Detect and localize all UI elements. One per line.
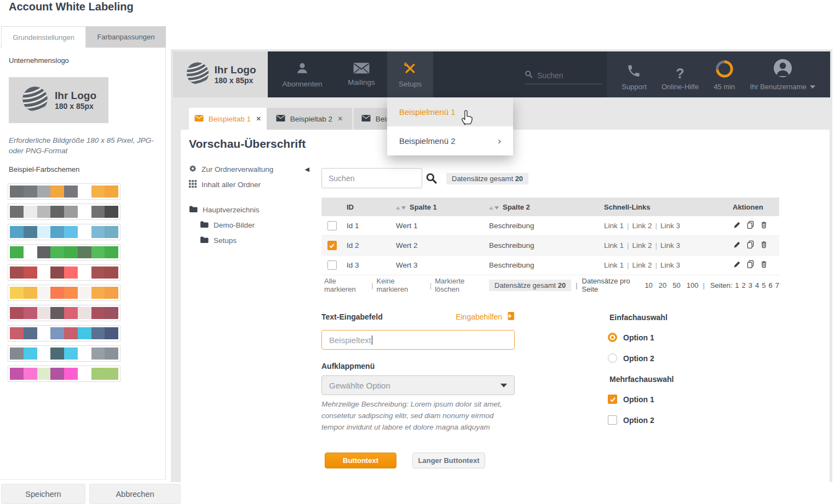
list-search-input[interactable] <box>321 168 422 188</box>
color-swatch <box>91 206 105 218</box>
tree-link-ordnerverwaltung[interactable]: Zur Ordnerverwaltung ◀ <box>189 161 309 177</box>
color-scheme-row[interactable] <box>8 305 120 321</box>
quick-link[interactable]: Link 2 <box>632 222 652 230</box>
text-input[interactable]: Beispieltext <box>321 330 515 350</box>
envelope-icon <box>276 115 285 123</box>
navbar-search-input[interactable] <box>537 71 592 80</box>
checkbox-unchecked-icon[interactable] <box>608 415 617 425</box>
nav-item-setups[interactable]: Setups <box>387 51 433 97</box>
color-scheme-row[interactable] <box>8 264 120 281</box>
preview-tab-label: Beispieltab 1 <box>209 115 251 123</box>
page-number[interactable]: 1 <box>735 281 739 289</box>
cell-quick-links: Link 1|Link 2|Link 3 <box>604 241 733 250</box>
edit-pencil-icon[interactable] <box>733 221 741 231</box>
edit-pencil-icon[interactable] <box>733 260 741 270</box>
row-checkbox[interactable] <box>327 260 337 270</box>
color-scheme-row[interactable] <box>8 285 120 301</box>
color-scheme-row[interactable] <box>8 204 120 220</box>
close-icon[interactable]: ✕ <box>256 115 261 123</box>
edit-pencil-icon[interactable] <box>733 241 741 251</box>
radio-option-1[interactable]: Option 1 <box>608 333 654 342</box>
nav-user-menu[interactable]: Ihr Benutzername <box>750 51 815 97</box>
sort-arrows-icon[interactable] <box>396 206 406 210</box>
tree-folder-demo-bilder[interactable]: Demo-Bilder <box>189 217 309 233</box>
copy-icon[interactable] <box>746 221 755 231</box>
color-swatch <box>37 327 51 339</box>
color-scheme-row[interactable] <box>8 345 120 362</box>
select-all-link[interactable]: Alle markieren <box>324 277 368 293</box>
row-checkbox-checked[interactable] <box>327 241 337 250</box>
color-scheme-row[interactable] <box>8 183 120 200</box>
sort-arrows-icon[interactable] <box>489 206 499 210</box>
tree-folder-hauptverzeichnis[interactable]: Hauptverzeichnis <box>189 202 309 217</box>
collapse-arrow-icon[interactable]: ◀ <box>305 166 309 173</box>
per-page-option[interactable]: 10 <box>645 281 652 289</box>
chevron-down-icon <box>500 384 507 387</box>
company-logo-preview[interactable]: Ihr Logo 180 x 85px <box>9 77 108 123</box>
checkbox-option-2[interactable]: Option 2 <box>608 415 654 425</box>
nav-support[interactable]: Support <box>622 51 647 97</box>
tree-folder-setups[interactable]: Setups <box>189 233 309 248</box>
column-header-spalte2[interactable]: Spalte 2 <box>489 203 604 211</box>
menu-item-beispielmenu-2[interactable]: Beispielmenü 2 › <box>387 126 513 155</box>
input-helpers-link[interactable]: Eingabehilfen <box>456 311 515 322</box>
tab-grundeinstellungen[interactable]: Grundeinstellungen <box>1 26 86 48</box>
nav-item-abonnenten[interactable]: Abonnenten <box>276 51 329 97</box>
primary-button[interactable]: Buttontext <box>325 453 396 468</box>
quick-link[interactable]: Link 1 <box>604 241 624 250</box>
delete-trash-icon[interactable] <box>760 260 768 270</box>
quick-link[interactable]: Link 1 <box>604 261 624 269</box>
quick-link[interactable]: Link 2 <box>632 241 652 250</box>
row-checkbox[interactable] <box>327 221 337 230</box>
cancel-button[interactable]: Abbrechen <box>89 484 181 504</box>
checkbox-checked-icon[interactable] <box>608 395 617 404</box>
nav-session-timer[interactable]: 45 min <box>714 51 735 97</box>
preview-tab-2[interactable]: Beispieltab 2 ✕ <box>267 108 352 130</box>
per-page-option[interactable]: 100 <box>687 281 699 289</box>
page-number[interactable]: 5 <box>762 281 766 289</box>
per-page-option[interactable]: 50 <box>672 281 680 289</box>
radio-unchecked-icon[interactable] <box>608 354 617 363</box>
preview-tab-1[interactable]: Beispieltab 1 ✕ <box>189 108 267 130</box>
page-number[interactable]: 7 <box>775 281 779 289</box>
copy-icon[interactable] <box>746 260 755 270</box>
nav-ritem-label: Online-Hilfe <box>661 83 699 91</box>
menu-item-beispielmenu-1[interactable]: Beispielmenü 1 <box>387 97 513 126</box>
page-number[interactable]: 4 <box>755 281 759 289</box>
quick-link[interactable]: Link 3 <box>660 222 680 230</box>
copy-icon[interactable] <box>746 240 755 251</box>
quick-link[interactable]: Link 1 <box>604 222 624 230</box>
delete-selected-link[interactable]: Markierte löschen <box>435 277 489 293</box>
secondary-button[interactable]: Langer Buttontext <box>412 453 485 468</box>
delete-trash-icon[interactable] <box>760 240 768 251</box>
per-page-option[interactable]: 20 <box>659 281 666 289</box>
column-header-spalte1[interactable]: Spalte 1 <box>396 203 489 211</box>
color-scheme-row[interactable] <box>8 325 120 341</box>
delete-trash-icon[interactable] <box>760 221 768 231</box>
search-icon[interactable] <box>425 172 437 186</box>
radio-checked-icon[interactable] <box>608 333 617 342</box>
save-button[interactable]: Speichern <box>1 484 85 504</box>
tab-farbanpassungen[interactable]: Farbanpassungen <box>86 26 166 48</box>
color-scheme-row[interactable] <box>8 244 120 260</box>
quick-link[interactable]: Link 2 <box>632 261 652 269</box>
page-number[interactable]: 3 <box>749 281 752 289</box>
column-header-id[interactable]: ID <box>342 203 396 211</box>
tree-link-alle-ordner[interactable]: Inhalt aller Ordner <box>189 177 309 192</box>
checkbox-option-1[interactable]: Option 1 <box>608 395 654 404</box>
nav-online-help[interactable]: ? Online-Hilfe <box>661 51 699 97</box>
color-scheme-row[interactable] <box>8 366 120 382</box>
cell-quick-links: Link 1|Link 2|Link 3 <box>604 261 733 269</box>
color-scheme-row[interactable] <box>8 224 120 240</box>
quick-link[interactable]: Link 3 <box>660 241 680 250</box>
page-number[interactable]: 2 <box>742 281 746 289</box>
radio-option-2[interactable]: Option 2 <box>608 354 654 363</box>
quick-link[interactable]: Link 3 <box>660 261 680 269</box>
dropdown-select[interactable]: Gewählte Option <box>321 375 515 395</box>
page-number[interactable]: 6 <box>769 281 773 289</box>
close-icon[interactable]: ✕ <box>337 115 343 123</box>
color-swatch <box>91 226 105 238</box>
select-none-link[interactable]: Keine markieren <box>377 277 427 293</box>
nav-item-mailings[interactable]: Mailings <box>335 51 388 97</box>
navbar-logo[interactable]: Ihr Logo 180 x 85px <box>173 51 268 97</box>
